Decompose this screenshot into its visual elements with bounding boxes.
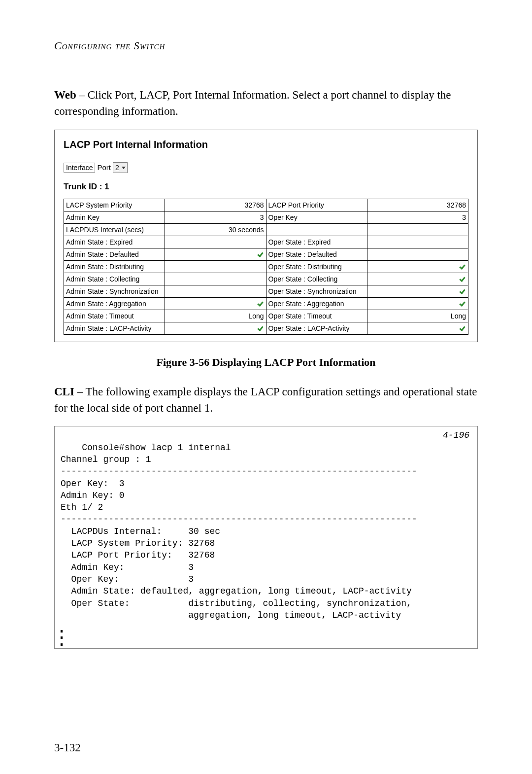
- cell-value: [367, 297, 468, 310]
- cell-value: [165, 322, 266, 334]
- cell-label: Oper Key: [266, 211, 367, 223]
- cell-label: Oper State : Synchronization: [266, 285, 367, 297]
- interface-label: Interface: [64, 163, 95, 173]
- cell-label: LACP Port Priority: [266, 199, 367, 211]
- port-label: Port: [97, 163, 111, 172]
- cli-page-ref: 4-196: [443, 429, 469, 441]
- check-icon: [459, 277, 466, 281]
- cell-value: [367, 236, 468, 248]
- check-icon: [257, 301, 264, 306]
- web-prefix: Web: [54, 89, 76, 101]
- table-row: LACPDUS Interval (secs) 30 seconds: [64, 223, 468, 236]
- vertical-ellipsis-icon: ⋮: [54, 624, 68, 649]
- port-select[interactable]: 2: [113, 162, 128, 173]
- table-row: LACP System Priority 32768 LACP Port Pri…: [64, 199, 468, 211]
- cell-label: LACPDUS Interval (secs): [64, 223, 165, 236]
- table-row: Admin Key 3 Oper Key 3: [64, 211, 468, 223]
- cell-label: Oper State : LACP-Activity: [266, 322, 367, 334]
- cell-value: [367, 273, 468, 285]
- cell-value: 30 seconds: [165, 223, 266, 236]
- cell-value: 32768: [367, 199, 468, 211]
- table-row: Admin State : Expired Oper State : Expir…: [64, 236, 468, 248]
- figure-caption: Figure 3-56 Displaying LACP Port Informa…: [54, 356, 478, 369]
- check-icon: [459, 326, 466, 331]
- cell-value: [367, 322, 468, 334]
- cell-label: LACP System Priority: [64, 199, 165, 211]
- check-icon: [459, 289, 466, 294]
- cell-label: Oper State : Distributing: [266, 260, 367, 273]
- cell-label: Oper State : Aggregation: [266, 297, 367, 310]
- check-icon: [257, 326, 264, 331]
- panel-title: LACP Port Internal Information: [64, 139, 468, 150]
- port-select-value: 2: [115, 163, 119, 172]
- cell-value: [165, 273, 266, 285]
- cell-label: Admin State : Synchronization: [64, 285, 165, 297]
- cell-label: Oper State : Expired: [266, 236, 367, 248]
- cell-value: Long: [367, 310, 468, 322]
- table-row: Admin State : LACP-Activity Oper State :…: [64, 322, 468, 334]
- cell-label: Admin State : Collecting: [64, 273, 165, 285]
- cell-value: [165, 260, 266, 273]
- cell-label: Admin State : Expired: [64, 236, 165, 248]
- running-head: Configuring the Switch: [54, 39, 478, 52]
- table-row: Admin State : Aggregation Oper State : A…: [64, 297, 468, 310]
- table-row: Admin State : Defaulted Oper State : Def…: [64, 248, 468, 260]
- cell-label: Oper State : Timeout: [266, 310, 367, 322]
- table-row: Admin State : Synchronization Oper State…: [64, 285, 468, 297]
- cell-value: [367, 223, 468, 236]
- cell-value: 3: [367, 211, 468, 223]
- lacp-info-table: LACP System Priority 32768 LACP Port Pri…: [64, 199, 468, 335]
- cell-label: Admin State : Distributing: [64, 260, 165, 273]
- check-icon: [459, 301, 466, 306]
- cell-value: 32768: [165, 199, 266, 211]
- trunk-id: Trunk ID : 1: [64, 182, 468, 192]
- cell-label: Oper State : Collecting: [266, 273, 367, 285]
- cell-label: Admin State : Aggregation: [64, 297, 165, 310]
- cli-prefix: CLI: [54, 386, 74, 398]
- table-row: Admin State : Collecting Oper State : Co…: [64, 273, 468, 285]
- table-row: Admin State : Distributing Oper State : …: [64, 260, 468, 273]
- cell-value: [165, 236, 266, 248]
- cell-value: [367, 248, 468, 260]
- web-intro-text: – Click Port, LACP, Port Internal Inform…: [54, 89, 451, 117]
- table-row: Admin State : Timeout Long Oper State : …: [64, 310, 468, 322]
- check-icon: [459, 264, 466, 269]
- cell-label: Admin State : Defaulted: [64, 248, 165, 260]
- lacp-web-panel: LACP Port Internal Information Interface…: [54, 130, 478, 342]
- cell-label: Admin State : LACP-Activity: [64, 322, 165, 334]
- cell-value: [165, 248, 266, 260]
- cell-value: Long: [165, 310, 266, 322]
- cell-label: Oper State : Defaulted: [266, 248, 367, 260]
- cell-value: [165, 285, 266, 297]
- cli-output: 4-196Console#show lacp 1 internal Channe…: [54, 426, 478, 648]
- cli-intro: CLI – The following example displays the…: [54, 384, 478, 417]
- cell-label: Admin State : Timeout: [64, 310, 165, 322]
- check-icon: [257, 252, 264, 257]
- web-intro: Web – Click Port, LACP, Port Internal In…: [54, 87, 478, 120]
- cell-value: 3: [165, 211, 266, 223]
- cli-text: Console#show lacp 1 internal Channel gro…: [61, 443, 417, 620]
- interface-row: Interface Port 2: [64, 162, 468, 173]
- cell-value: [367, 285, 468, 297]
- cli-intro-text: – The following example displays the LAC…: [54, 386, 477, 414]
- page-number: 3-132: [54, 741, 81, 754]
- cell-label: Admin Key: [64, 211, 165, 223]
- cell-label: [266, 223, 367, 236]
- cell-value: [165, 297, 266, 310]
- cell-value: [367, 260, 468, 273]
